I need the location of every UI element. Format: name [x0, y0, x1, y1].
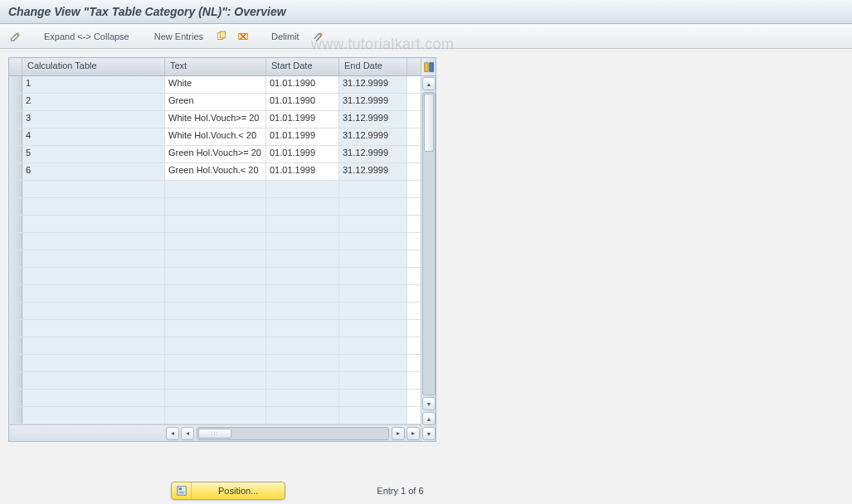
row-selector[interactable] [9, 216, 22, 232]
cell-calc[interactable] [22, 390, 165, 406]
hscroll-left-button[interactable]: ◂ [181, 427, 194, 440]
vscroll-up-button[interactable]: ▴ [422, 77, 436, 90]
cell-text[interactable]: White [165, 76, 266, 93]
cell-end[interactable] [339, 285, 407, 302]
cell-end[interactable] [339, 320, 407, 337]
cell-text[interactable] [165, 268, 266, 284]
cell-calc[interactable] [22, 250, 165, 267]
cell-text[interactable] [165, 337, 266, 354]
row-selector[interactable] [9, 94, 22, 110]
vscroll-track[interactable] [422, 92, 436, 395]
cell-start[interactable]: 01.01.1999 [266, 146, 339, 162]
position-button[interactable]: Position... [171, 482, 285, 500]
cell-end[interactable] [339, 372, 407, 389]
row-selector[interactable] [9, 372, 22, 389]
cell-calc[interactable]: 2 [22, 94, 165, 110]
cell-text[interactable]: Green [165, 94, 266, 110]
row-selector[interactable] [9, 111, 22, 128]
cell-text[interactable] [165, 198, 266, 215]
row-selector[interactable] [9, 285, 22, 302]
row-selector[interactable] [9, 250, 22, 267]
row-selector[interactable] [9, 233, 22, 250]
delete-button[interactable] [234, 27, 252, 46]
cell-text[interactable] [165, 250, 266, 267]
change-button[interactable] [7, 27, 25, 46]
vscroll-thumb[interactable] [424, 94, 434, 152]
cell-calc[interactable] [22, 355, 165, 371]
row-selector[interactable] [9, 146, 22, 162]
hscroll-first-button[interactable]: ◂ [166, 427, 179, 440]
cell-calc[interactable] [22, 407, 165, 424]
row-selector[interactable] [9, 303, 22, 319]
row-selector-header[interactable] [9, 58, 22, 75]
row-selector[interactable] [9, 76, 22, 93]
cell-start[interactable] [266, 216, 339, 232]
vscroll-page-up-button[interactable]: ▴ [422, 412, 436, 425]
cell-end[interactable]: 31.12.9999 [339, 163, 407, 180]
cell-start[interactable] [266, 233, 339, 250]
vscroll-down-button[interactable]: ▾ [422, 397, 436, 410]
cell-end[interactable] [339, 216, 407, 232]
cell-start[interactable] [266, 355, 339, 371]
cell-end[interactable] [339, 390, 407, 406]
cell-calc[interactable]: 1 [22, 76, 165, 93]
cell-text[interactable] [165, 303, 266, 319]
cell-start[interactable] [266, 285, 339, 302]
cell-start[interactable] [266, 390, 339, 406]
row-selector[interactable] [9, 390, 22, 406]
cell-start[interactable] [266, 337, 339, 354]
cell-text[interactable]: Green Hol.Vouch>= 20 [165, 146, 266, 162]
hscroll-right-button[interactable]: ▸ [392, 427, 405, 440]
hscroll-track[interactable]: ::: [197, 427, 389, 440]
cell-end[interactable] [339, 181, 407, 197]
select-all-button[interactable] [421, 58, 436, 76]
cell-start[interactable] [266, 250, 339, 267]
cell-text[interactable]: White Hol.Vouch.< 20 [165, 128, 266, 145]
cell-end[interactable]: 31.12.9999 [339, 111, 407, 128]
row-selector[interactable] [9, 198, 22, 215]
cell-start[interactable] [266, 198, 339, 215]
cell-text[interactable]: Green Hol.Vouch.< 20 [165, 163, 266, 180]
cell-start[interactable] [266, 181, 339, 197]
row-selector[interactable] [9, 163, 22, 180]
cell-end[interactable]: 31.12.9999 [339, 128, 407, 145]
cell-end[interactable] [339, 355, 407, 371]
col-header-text[interactable]: Text [165, 58, 266, 75]
row-selector[interactable] [9, 320, 22, 337]
cell-calc[interactable] [22, 320, 165, 337]
cell-start[interactable] [266, 303, 339, 319]
cell-calc[interactable] [22, 303, 165, 319]
cell-calc[interactable] [22, 198, 165, 215]
row-selector[interactable] [9, 181, 22, 197]
cell-end[interactable] [339, 233, 407, 250]
cell-calc[interactable] [22, 181, 165, 197]
cell-text[interactable]: White Hol.Vouch>= 20 [165, 111, 266, 128]
cell-end[interactable]: 31.12.9999 [339, 76, 407, 93]
cell-text[interactable] [165, 320, 266, 337]
cell-text[interactable] [165, 216, 266, 232]
expand-collapse-button[interactable]: Expand <-> Collapse [38, 27, 135, 46]
cell-text[interactable] [165, 355, 266, 371]
cell-text[interactable] [165, 285, 266, 302]
col-header-end[interactable]: End Date [339, 58, 407, 75]
vscroll-page-down-button[interactable]: ▾ [422, 427, 436, 440]
cell-text[interactable] [165, 390, 266, 406]
cell-end[interactable] [339, 337, 407, 354]
cell-calc[interactable]: 4 [22, 128, 165, 145]
copy-button[interactable] [212, 27, 231, 46]
cell-calc[interactable] [22, 233, 165, 250]
cell-calc[interactable] [22, 285, 165, 302]
delimit-button[interactable]: Delimit [265, 27, 305, 46]
cell-start[interactable]: 01.01.1999 [266, 163, 339, 180]
cell-calc[interactable] [22, 372, 165, 389]
row-selector[interactable] [9, 407, 22, 424]
undo-delimit-button[interactable] [309, 27, 327, 46]
row-selector[interactable] [9, 128, 22, 145]
row-selector[interactable] [9, 337, 22, 354]
cell-start[interactable]: 01.01.1990 [266, 76, 339, 93]
cell-end[interactable] [339, 268, 407, 284]
cell-text[interactable] [165, 181, 266, 197]
cell-end[interactable] [339, 407, 407, 424]
col-header-start[interactable]: Start Date [266, 58, 339, 75]
cell-text[interactable] [165, 372, 266, 389]
